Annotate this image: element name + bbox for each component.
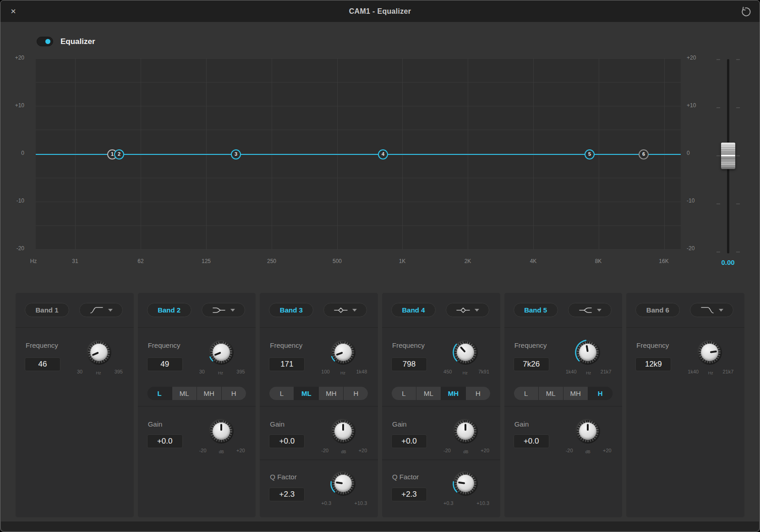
gain-label: Gain <box>270 420 284 428</box>
band2-filter-dropdown[interactable] <box>202 303 245 317</box>
band5-button[interactable]: Band 5 <box>514 303 558 317</box>
band4-gain-scale: -20dB+20 <box>443 448 489 454</box>
band2-frequency-knob[interactable] <box>209 340 234 365</box>
section-divider <box>504 327 623 328</box>
band5-frequency-scale: 1k40Hz21k7 <box>566 369 612 375</box>
db-label-right: -10 <box>687 197 704 205</box>
range-option-h[interactable]: H <box>588 387 612 400</box>
band4-frequency-value[interactable]: 798 <box>391 357 427 371</box>
band2-gain-scale: -20dB+20 <box>199 448 245 454</box>
db-label-left: +10 <box>7 102 24 110</box>
band2-panel: Band 2 Frequency 49 30Hz395 L ML MH H <box>138 293 256 517</box>
range-option-l[interactable]: L <box>148 387 172 400</box>
band5-curve-handle[interactable]: 5 <box>585 149 595 159</box>
band3-frequency-knob[interactable] <box>331 340 355 365</box>
band6-filter-dropdown[interactable] <box>690 303 733 317</box>
band4-button[interactable]: Band 4 <box>391 303 436 317</box>
range-option-ml[interactable]: ML <box>172 387 197 400</box>
band4-gain-value[interactable]: +0.0 <box>391 434 427 448</box>
range-option-l[interactable]: L <box>269 387 294 400</box>
band5-gain-value[interactable]: +0.0 <box>514 434 549 448</box>
eq-curve <box>36 154 681 155</box>
range-option-mh[interactable]: MH <box>319 387 343 400</box>
band1-frequency-knob[interactable] <box>87 340 111 365</box>
freq-axis-label: 1K <box>391 258 414 265</box>
fader-tick <box>716 107 720 108</box>
range-option-h[interactable]: H <box>222 387 246 400</box>
section-divider <box>382 460 500 460</box>
band3-gain-value[interactable]: +0.0 <box>269 434 305 448</box>
section-divider <box>16 327 134 328</box>
band2-curve-handle[interactable]: 2 <box>114 149 124 159</box>
band5-frequency-knob[interactable] <box>575 340 600 365</box>
band2-frequency-value[interactable]: 49 <box>147 357 183 371</box>
db-label-left: +20 <box>7 55 24 62</box>
band6-frequency-scale: 1k40Hz21k7 <box>688 369 733 375</box>
fader-tick <box>736 252 740 252</box>
reset-icon[interactable] <box>739 5 751 17</box>
band5-frequency-value[interactable]: 7k26 <box>514 357 549 371</box>
band4-range-selector: L ML MH H <box>392 387 490 400</box>
band3-q-value[interactable]: +2.3 <box>269 488 305 501</box>
band5-panel: Band 5 Frequency 7k26 1k40Hz21k7 L ML MH… <box>504 293 623 517</box>
range-option-mh[interactable]: MH <box>563 387 588 400</box>
band1-frequency-value[interactable]: 46 <box>25 357 60 371</box>
master-fader-handle[interactable] <box>721 143 735 169</box>
equalizer-window: ✕ CAM1 - Equalizer Equalizer +20 +10 0 -… <box>0 0 760 532</box>
db-label-left: -20 <box>7 245 24 252</box>
frequency-label: Frequency <box>148 341 180 349</box>
band4-panel: Band 4 Frequency 798 450Hz7k91 L ML MH H <box>382 293 500 517</box>
band4-q-value[interactable]: +2.3 <box>391 488 427 501</box>
band2-gain-value[interactable]: +0.0 <box>147 434 183 448</box>
band5-range-selector: L ML MH H <box>514 387 612 400</box>
section-divider <box>260 460 378 460</box>
band4-curve-handle[interactable]: 4 <box>378 149 388 159</box>
band6-curve-handle[interactable]: 6 <box>639 149 649 159</box>
band4-q-knob[interactable] <box>453 471 478 496</box>
band5-filter-dropdown[interactable] <box>568 303 612 317</box>
range-option-h[interactable]: H <box>344 387 368 400</box>
db-label-right: -20 <box>687 245 704 252</box>
frequency-label: Frequency <box>270 341 302 349</box>
range-option-ml[interactable]: ML <box>416 387 441 400</box>
range-option-ml[interactable]: ML <box>294 387 318 400</box>
range-option-h[interactable]: H <box>466 387 490 400</box>
gain-label: Gain <box>148 420 163 428</box>
range-option-ml[interactable]: ML <box>539 387 563 400</box>
db-label-left: 0 <box>7 150 24 157</box>
range-option-l[interactable]: L <box>392 387 416 400</box>
band1-filter-dropdown[interactable] <box>79 303 123 317</box>
chevron-down-icon <box>352 309 357 312</box>
frequency-label: Frequency <box>636 341 669 349</box>
band3-frequency-value[interactable]: 171 <box>269 357 305 371</box>
section-divider <box>138 406 256 406</box>
band1-button[interactable]: Band 1 <box>25 303 69 317</box>
band2-frequency-scale: 30Hz395 <box>199 369 245 375</box>
range-option-mh[interactable]: MH <box>441 387 465 400</box>
band3-button[interactable]: Band 3 <box>269 303 313 317</box>
band3-q-knob[interactable] <box>331 471 355 496</box>
band4-frequency-knob[interactable] <box>453 340 478 365</box>
band6-frequency-value[interactable]: 12k9 <box>635 357 671 371</box>
frequency-label: Frequency <box>392 341 425 349</box>
band4-filter-dropdown[interactable] <box>446 303 489 317</box>
range-option-l[interactable]: L <box>514 387 538 400</box>
equalizer-toggle[interactable] <box>37 37 53 46</box>
q-factor-label: Q Factor <box>270 473 296 481</box>
range-option-mh[interactable]: MH <box>197 387 221 400</box>
freq-axis-label: 62 <box>129 258 152 265</box>
high-shelf-filter-icon <box>578 306 593 314</box>
band2-gain-knob[interactable] <box>209 419 234 444</box>
window-title: CAM1 - Equalizer <box>0 0 760 22</box>
toggle-on-dot <box>45 39 50 44</box>
band2-button[interactable]: Band 2 <box>147 303 191 317</box>
band3-filter-dropdown[interactable] <box>323 303 367 317</box>
section-divider <box>382 327 500 328</box>
band4-gain-knob[interactable] <box>453 419 478 444</box>
db-label-left: -10 <box>7 197 24 205</box>
band3-curve-handle[interactable]: 3 <box>231 149 241 159</box>
band3-gain-knob[interactable] <box>331 419 355 444</box>
band6-button[interactable]: Band 6 <box>635 303 680 317</box>
band5-gain-knob[interactable] <box>575 419 600 444</box>
band6-frequency-knob[interactable] <box>697 340 722 365</box>
